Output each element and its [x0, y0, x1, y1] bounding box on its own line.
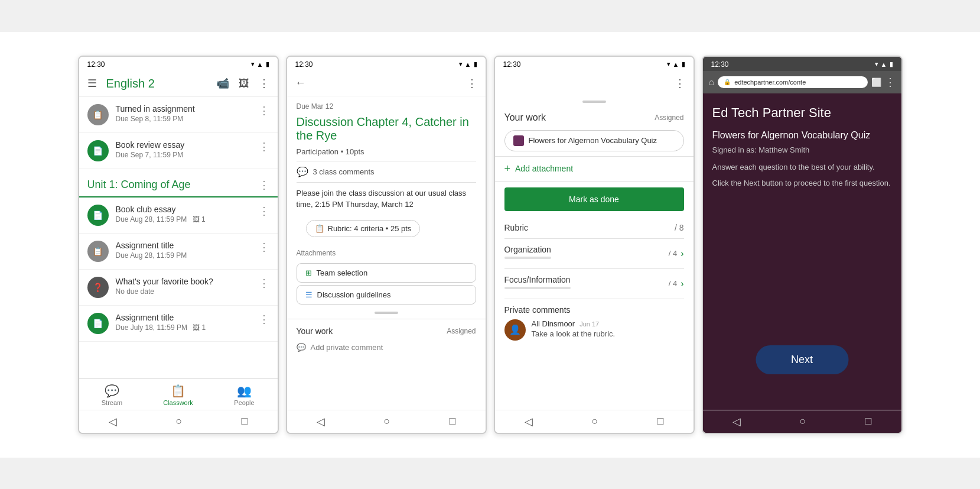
private-comments-label: Private comments: [504, 305, 684, 315]
people-label: People: [234, 399, 254, 406]
attachment-chip-2[interactable]: ☰ Discussion guidelines: [297, 285, 476, 305]
sec-assign-title4: Assignment title: [116, 313, 259, 322]
sec-icon3: ❓: [93, 283, 103, 292]
sec-assign-more1[interactable]: ⋮: [259, 205, 269, 218]
home-browser-icon[interactable]: ⌂: [709, 77, 715, 88]
nav-item-stream[interactable]: 💬 Stream: [79, 379, 145, 410]
attachment-chip-1[interactable]: ⊞ Team selection: [297, 263, 476, 283]
browser-bar: ⌂ 🔒 edtechpartner.com/conte ⬜ ⋮: [703, 71, 901, 93]
wifi-icon4: ▾: [875, 60, 878, 68]
vocab-quiz-chip[interactable]: Flowers for Algernon Vocabulary Quiz: [504, 130, 684, 151]
rubric-section: Rubric / 8 Organization / 4 › Focus/In: [495, 217, 694, 299]
phone1-frame: 12:30 ▾ ▲ ▮ ☰ English 2 📹 🖼 ⋮ 📋 Tur: [78, 56, 279, 434]
back-arrow-icon[interactable]: ←: [295, 77, 306, 89]
signal-icon: ▲: [257, 61, 263, 68]
photo-icon[interactable]: 🖼: [239, 77, 249, 90]
more-vert-icon3[interactable]: ⋮: [675, 77, 685, 90]
phone4-dark-content: Ed Tech Partner Site Flowers for Algerno…: [703, 93, 901, 410]
answer-instruction: Answer each question to the best of your…: [712, 161, 892, 173]
team-sel-icon: ⊞: [305, 268, 312, 277]
partner-site-title: Ed Tech Partner Site: [712, 105, 892, 121]
participation: Participation • 10pts: [287, 147, 486, 161]
section-more-icon[interactable]: ⋮: [259, 179, 269, 192]
lock-icon: 🔒: [724, 79, 731, 85]
back-icon2[interactable]: ◁: [317, 415, 325, 428]
attachment1-label: Team selection: [317, 268, 368, 277]
phone4-system-nav: ◁ ○ □: [703, 410, 901, 433]
phone2-frame: 12:30 ▾ ▲ ▮ ← ⋮ Due Mar 12 Discussion Ch…: [286, 56, 487, 434]
add-comment-row[interactable]: 💬 Add private comment: [297, 341, 476, 354]
attachment2-label: Discussion guidelines: [317, 290, 391, 299]
dark-content-area: Ed Tech Partner Site Flowers for Algerno…: [703, 93, 901, 206]
phone3-time: 12:30: [503, 60, 521, 69]
add-attachment-row[interactable]: + Add attachment: [495, 156, 694, 182]
phone4-status-bar: 12:30 ▾ ▲ ▮: [703, 57, 901, 71]
list-item[interactable]: 📋 Turned in assignment Due Sep 8, 11:59 …: [79, 97, 278, 133]
battery-icon3: ▮: [682, 60, 685, 68]
rubric-title: Rubric: [504, 223, 528, 232]
score-bar-org: [504, 257, 551, 259]
recents-icon3[interactable]: □: [657, 415, 664, 428]
next-button[interactable]: Next: [756, 345, 848, 374]
phone4-status-icons: ▾ ▲ ▮: [875, 60, 893, 68]
back-icon3[interactable]: ◁: [525, 415, 533, 428]
list-item[interactable]: 📄 Book club essay Due Aug 28, 11:59 PM 🖼…: [79, 197, 278, 234]
focus-score: / 4: [669, 279, 677, 288]
quiz-title-dark: Flowers for Algernon Vocabulary Quiz: [712, 130, 892, 141]
mark-done-button[interactable]: Mark as done: [504, 187, 684, 211]
comment-body: Take a look at the rubric.: [532, 329, 684, 338]
nav-item-classwork[interactable]: 📋 Classwork: [145, 379, 211, 410]
sec-assign-due2: Due Aug 28, 11:59 PM: [116, 251, 259, 260]
video-icon[interactable]: 📹: [216, 77, 229, 90]
sec-assign-more3[interactable]: ⋮: [259, 277, 269, 290]
list-item[interactable]: 📋 Assignment title Due Aug 28, 11:59 PM …: [79, 234, 278, 270]
assignment-info: Turned in assignment Due Sep 8, 11:59 PM: [116, 104, 259, 123]
guidelines-icon: ☰: [305, 290, 312, 299]
rubric-chip[interactable]: 📋 Rubric: 4 criteria • 25 pts: [306, 220, 421, 237]
more-vert-icon2[interactable]: ⋮: [467, 77, 477, 90]
assignment-more-icon2[interactable]: ⋮: [259, 140, 269, 153]
swipe-indicator: [495, 96, 694, 108]
phone3-app-bar: ⋮: [495, 71, 694, 96]
menu-icon[interactable]: ☰: [87, 77, 97, 90]
back-icon[interactable]: ◁: [109, 415, 117, 428]
nav-item-people[interactable]: 👥 People: [211, 379, 278, 410]
assigned-label: Assigned: [447, 327, 476, 335]
back-icon4[interactable]: ◁: [732, 415, 741, 428]
recents-icon[interactable]: □: [242, 415, 248, 428]
home-icon4[interactable]: ○: [800, 415, 806, 428]
due-label: Due Mar 12: [287, 96, 486, 113]
phone2-app-bar: ← ⋮: [287, 71, 486, 96]
list-item[interactable]: 📄 Assignment title Due July 18, 11:59 PM…: [79, 306, 278, 342]
phone1-system-nav: ◁ ○ □: [79, 410, 278, 433]
phone1-status-icons: ▾ ▲ ▮: [251, 60, 269, 68]
home-icon[interactable]: ○: [176, 415, 183, 428]
avatar: 👤: [504, 319, 526, 341]
signal-icon2: ▲: [465, 61, 471, 68]
list-item[interactable]: ❓ What's your favorite book? No due date…: [79, 270, 278, 306]
assignment-icon-green3: 📄: [87, 313, 109, 334]
assignment-more-icon[interactable]: ⋮: [259, 104, 269, 117]
recents-icon2[interactable]: □: [450, 415, 456, 428]
your-work-section: Your work Assigned 💬 Add private comment: [287, 319, 486, 361]
sec-icon2: 📋: [93, 247, 103, 256]
rubric-icon: 📋: [315, 224, 324, 233]
phone2-status-icons: ▾ ▲ ▮: [459, 60, 477, 68]
home-icon2[interactable]: ○: [384, 415, 390, 428]
tab-icon[interactable]: ⬜: [871, 77, 881, 87]
more-vert-icon4[interactable]: ⋮: [885, 76, 896, 89]
recents-icon4[interactable]: □: [865, 415, 872, 428]
rubric-row-focus[interactable]: Focus/Information / 4 ›: [504, 269, 684, 299]
sec-icon4: 📄: [93, 319, 103, 328]
assignment-icon-green2: 📄: [87, 205, 109, 226]
rubric-row-organization[interactable]: Organization / 4 ›: [504, 239, 684, 269]
assignment-due2: Due Sep 7, 11:59 PM: [116, 151, 259, 159]
more-vert-icon[interactable]: ⋮: [259, 77, 269, 90]
home-icon3[interactable]: ○: [592, 415, 598, 428]
section-title: Unit 1: Coming of Age: [87, 179, 259, 191]
url-bar[interactable]: 🔒 edtechpartner.com/conte: [718, 76, 867, 88]
sec-assign-more4[interactable]: ⋮: [259, 313, 269, 326]
rubric-criterion-focus: Focus/Information: [504, 275, 571, 293]
sec-assign-more2[interactable]: ⋮: [259, 241, 269, 254]
list-item[interactable]: 📄 Book review essay Due Sep 7, 11:59 PM …: [79, 133, 278, 169]
